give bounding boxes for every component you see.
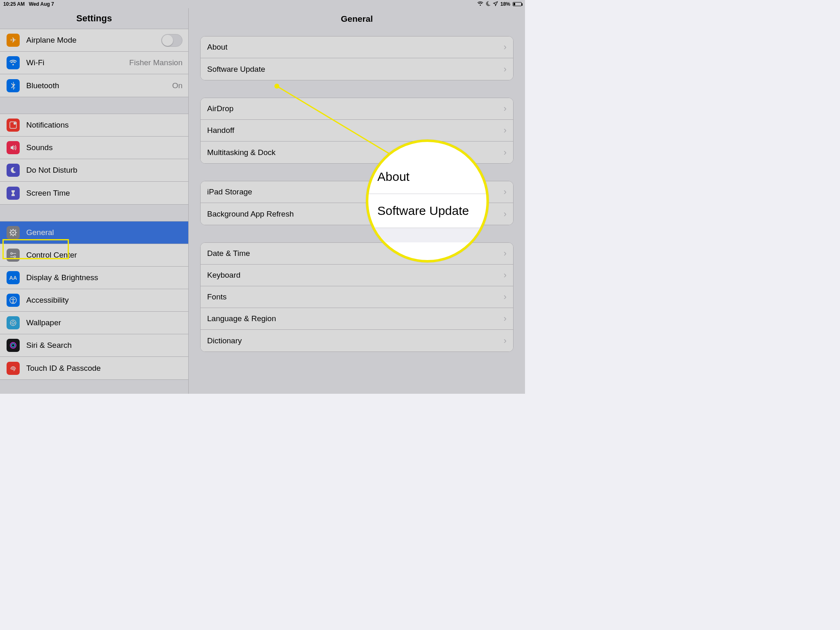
row-label: Dictionary <box>207 336 504 345</box>
chevron-right-icon: › <box>504 248 507 259</box>
sidebar-item-general[interactable]: General <box>0 221 188 244</box>
svg-line-11 <box>10 235 11 235</box>
airplane-toggle[interactable] <box>161 34 183 47</box>
status-bar: 10:25 AM Wed Aug 7 18% <box>0 0 525 8</box>
siri-icon <box>7 339 20 352</box>
row-software-update[interactable]: Software Update› <box>201 58 513 80</box>
sidebar-item-label: Display & Brightness <box>26 273 188 282</box>
sidebar-title: Settings <box>0 8 188 29</box>
sounds-icon <box>7 141 20 154</box>
row-keyboard[interactable]: Keyboard› <box>201 265 513 286</box>
sidebar-item-label: Bluetooth <box>26 81 172 90</box>
battery-icon <box>513 2 522 6</box>
airplane-icon: ✈ <box>7 34 20 47</box>
chevron-right-icon: › <box>504 313 507 324</box>
row-label: AirDrop <box>207 104 504 113</box>
sidebar-item-label: Screen Time <box>26 189 188 198</box>
svg-point-19 <box>12 322 14 324</box>
sidebar-item-wallpaper[interactable]: Wallpaper <box>0 312 188 334</box>
svg-point-21 <box>13 325 14 326</box>
display-icon: AA <box>7 271 20 284</box>
callout-label: About <box>377 170 409 184</box>
callout-row-about: About <box>368 160 486 194</box>
battery-percent: 18% <box>500 1 510 7</box>
row-language[interactable]: Language & Region› <box>201 308 513 330</box>
callout-label: Software Update <box>377 204 469 218</box>
sidebar-item-label: Wi-Fi <box>26 58 129 67</box>
wifi-value: Fisher Mansion <box>129 58 188 67</box>
row-label: Handoff <box>207 126 504 135</box>
sidebar-item-label: Notifications <box>26 121 188 130</box>
row-label: About <box>207 43 504 52</box>
bluetooth-icon <box>7 79 20 92</box>
sidebar-item-siri[interactable]: Siri & Search <box>0 334 188 357</box>
row-label: Keyboard <box>207 271 504 280</box>
row-label: Fonts <box>207 292 504 301</box>
svg-point-17 <box>13 298 14 299</box>
svg-point-12 <box>11 253 12 254</box>
svg-line-9 <box>15 235 16 235</box>
sidebar-item-wifi[interactable]: Wi-Fi Fisher Mansion <box>0 52 188 74</box>
sidebar-item-sounds[interactable]: Sounds <box>0 137 188 159</box>
sidebar-item-label: Control Center <box>26 251 188 260</box>
sidebar-item-label: Airplane Mode <box>26 36 161 45</box>
screentime-icon <box>7 187 20 200</box>
sidebar-item-dnd[interactable]: Do Not Disturb <box>0 159 188 182</box>
svg-line-8 <box>10 230 11 231</box>
sidebar-item-label: Sounds <box>26 143 188 152</box>
svg-point-1 <box>14 122 16 125</box>
settings-sidebar: Settings ✈ Airplane Mode Wi-Fi Fisher Ma… <box>0 8 189 394</box>
wifi-row-icon <box>7 56 20 69</box>
sidebar-item-label: Siri & Search <box>26 341 188 350</box>
svg-point-14 <box>14 256 16 258</box>
svg-point-3 <box>12 232 14 233</box>
bluetooth-value: On <box>172 81 188 90</box>
sidebar-item-label: Wallpaper <box>26 318 188 327</box>
row-about[interactable]: About› <box>201 37 513 58</box>
location-icon <box>493 1 498 7</box>
sidebar-item-accessibility[interactable]: Accessibility <box>0 289 188 312</box>
magnifier-callout: About Software Update <box>366 139 489 262</box>
row-handoff[interactable]: Handoff› <box>201 120 513 142</box>
svg-line-10 <box>15 230 16 231</box>
wallpaper-icon <box>7 316 20 329</box>
sidebar-item-label: Do Not Disturb <box>26 166 188 175</box>
chevron-right-icon: › <box>504 103 507 114</box>
touchid-icon <box>7 362 20 375</box>
chevron-right-icon: › <box>504 209 507 219</box>
row-fonts[interactable]: Fonts› <box>201 286 513 308</box>
sidebar-item-screentime[interactable]: Screen Time <box>0 182 188 204</box>
accessibility-icon <box>7 294 20 307</box>
dnd-moon-icon <box>486 1 491 7</box>
detail-title: General <box>189 8 525 36</box>
row-dictionary[interactable]: Dictionary› <box>201 330 513 352</box>
svg-point-25 <box>11 344 15 347</box>
sidebar-item-label: Accessibility <box>26 296 188 305</box>
controlcenter-icon <box>7 249 20 262</box>
sidebar-item-airplane[interactable]: ✈ Airplane Mode <box>0 29 188 52</box>
sidebar-item-touchid[interactable]: Touch ID & Passcode <box>0 357 188 379</box>
sidebar-item-label: General <box>26 228 188 237</box>
sidebar-item-label: Touch ID & Passcode <box>26 364 188 373</box>
status-time: 10:25 AM <box>3 1 25 7</box>
sidebar-item-display[interactable]: AA Display & Brightness <box>0 267 188 289</box>
sidebar-item-bluetooth[interactable]: Bluetooth On <box>0 74 188 97</box>
svg-point-22 <box>10 322 11 323</box>
wifi-icon <box>477 1 483 7</box>
notifications-icon <box>7 119 20 132</box>
row-label: Software Update <box>207 65 504 74</box>
row-airdrop[interactable]: AirDrop› <box>201 98 513 120</box>
chevron-right-icon: › <box>504 64 507 75</box>
group-about: About› Software Update› <box>200 36 514 80</box>
chevron-right-icon: › <box>504 292 507 302</box>
chevron-right-icon: › <box>504 187 507 197</box>
svg-point-20 <box>13 320 14 321</box>
general-icon <box>7 226 20 239</box>
dnd-icon <box>7 164 20 177</box>
status-date: Wed Aug 7 <box>29 1 54 7</box>
callout-row-software: Software Update <box>368 194 486 228</box>
chevron-right-icon: › <box>504 125 507 136</box>
chevron-right-icon: › <box>504 42 507 52</box>
sidebar-item-controlcenter[interactable]: Control Center <box>0 244 188 267</box>
sidebar-item-notifications[interactable]: Notifications <box>0 114 188 137</box>
